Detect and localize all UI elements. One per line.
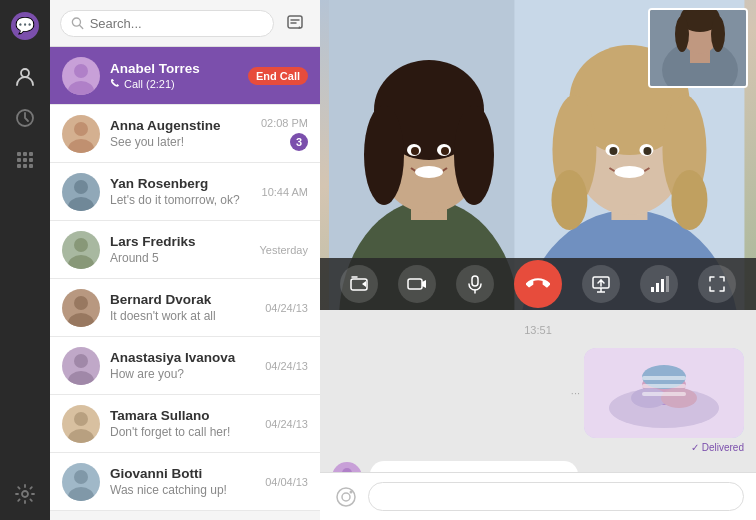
svg-point-42 [411,147,419,155]
avatar [62,289,100,327]
svg-point-13 [22,491,28,497]
unread-badge: 3 [290,133,308,151]
contact-status: Let's do it tomorrow, ok? [110,193,252,207]
svg-rect-5 [23,152,27,156]
avatar [62,405,100,443]
search-input[interactable] [90,16,263,31]
svg-point-38 [364,105,404,205]
time-divider: 13:51 [332,324,744,336]
video-controls [320,258,756,310]
contact-status: Was nice catching up! [110,483,255,497]
svg-rect-11 [23,164,27,168]
end-call-button[interactable] [514,260,562,308]
svg-rect-88 [642,392,686,396]
chat-bubble: Mmm...looks delicious! 02:13 PM [370,461,578,472]
contact-meta: 04/24/13 [265,418,308,430]
avatar [62,115,100,153]
avatar [62,57,100,95]
contact-meta: End Call [248,67,308,85]
contact-info: Giovanni Botti Was nice catching up! [110,466,255,497]
contact-info: Anna Augenstine See you later! [110,118,251,149]
svg-point-23 [74,238,88,252]
contact-time: 04/24/13 [265,418,308,430]
svg-point-19 [74,122,88,136]
svg-rect-10 [17,164,21,168]
video-thumbnail [648,8,748,88]
search-bar [50,0,320,47]
svg-text:💬: 💬 [15,16,35,35]
contact-item[interactable]: Anabel Torres Call (2:21) End Call [50,47,320,105]
screen-share-button[interactable] [582,265,620,303]
contact-status: It doesn't work at all [110,309,255,323]
svg-rect-12 [29,164,33,168]
nav-bar: 💬 [0,0,50,520]
svg-point-2 [21,69,29,77]
delivered-label: ✓ Delivered [691,442,744,453]
contact-item[interactable]: Yan Rosenberg Let's do it tomorrow, ok? … [50,163,320,221]
end-call-button[interactable]: End Call [248,67,308,85]
message-row: Mmm...looks delicious! 02:13 PM [332,461,744,472]
message-text: Mmm...looks delicious! [382,469,513,472]
svg-rect-90 [642,376,686,380]
svg-rect-80 [666,276,669,292]
search-icon [71,16,84,30]
svg-point-44 [415,166,443,178]
contact-meta: 04/24/13 [265,360,308,372]
svg-rect-9 [29,158,33,162]
svg-rect-7 [17,158,21,162]
contact-item[interactable]: Anna Augenstine See you later! 02:08 PM … [50,105,320,163]
contact-item[interactable]: Bernard Dvorak It doesn't work at all 04… [50,279,320,337]
chat-input-bar [320,472,756,520]
chat-area: 13:51 ··· [320,0,756,520]
svg-point-65 [711,16,725,52]
nav-dialpad-icon[interactable] [7,142,43,178]
microphone-button[interactable] [456,265,494,303]
dots-icon: ··· [571,387,580,399]
svg-point-39 [454,105,494,205]
contact-name: Lars Fredriks [110,234,249,249]
svg-rect-89 [642,384,686,388]
contact-meta: 02:08 PM 3 [261,117,308,151]
nav-contacts-icon[interactable] [7,58,43,94]
svg-line-15 [80,25,83,28]
camera-button[interactable] [398,265,436,303]
svg-point-93 [337,488,355,506]
chat-messages: 13:51 ··· [320,310,756,472]
svg-point-27 [74,354,88,368]
signal-button[interactable] [640,265,678,303]
contact-name: Anabel Torres [110,61,238,76]
contact-status: Around 5 [110,251,249,265]
svg-rect-4 [17,152,21,156]
svg-point-18 [68,81,94,95]
contact-name: Yan Rosenberg [110,176,252,191]
svg-point-52 [552,170,588,230]
contact-meta: Yesterday [259,244,308,256]
contact-item[interactable]: Lars Fredriks Around 5 Yesterday [50,221,320,279]
svg-rect-16 [288,16,302,28]
video-switch-button[interactable] [340,265,378,303]
svg-point-64 [675,16,689,52]
contact-item[interactable]: Anastasiya Ivanova How are you? 04/24/13 [50,337,320,395]
avatar [62,231,100,269]
svg-point-56 [610,147,618,155]
contact-time: Yesterday [259,244,308,256]
contact-info: Bernard Dvorak It doesn't work at all [110,292,255,323]
contact-item[interactable]: Tamara Sullano Don't forget to call her!… [50,395,320,453]
svg-point-25 [74,296,88,310]
contact-panel: Anabel Torres Call (2:21) End Call [50,0,320,520]
svg-point-58 [615,166,645,178]
nav-settings-icon[interactable] [7,476,43,512]
compose-button[interactable] [280,8,310,38]
nav-recents-icon[interactable] [7,100,43,136]
video-area [320,0,756,310]
contact-item[interactable]: Giovanni Botti Was nice catching up! 04/… [50,453,320,511]
contact-info: Yan Rosenberg Let's do it tomorrow, ok? [110,176,252,207]
fullscreen-button[interactable] [698,265,736,303]
contact-meta: 04/24/13 [265,302,308,314]
svg-rect-8 [23,158,27,162]
app-logo[interactable]: 💬 [7,8,43,44]
phone-icon [110,79,120,89]
chat-input[interactable] [368,482,744,511]
search-input-wrap[interactable] [60,10,274,37]
camera-icon[interactable] [332,483,360,511]
